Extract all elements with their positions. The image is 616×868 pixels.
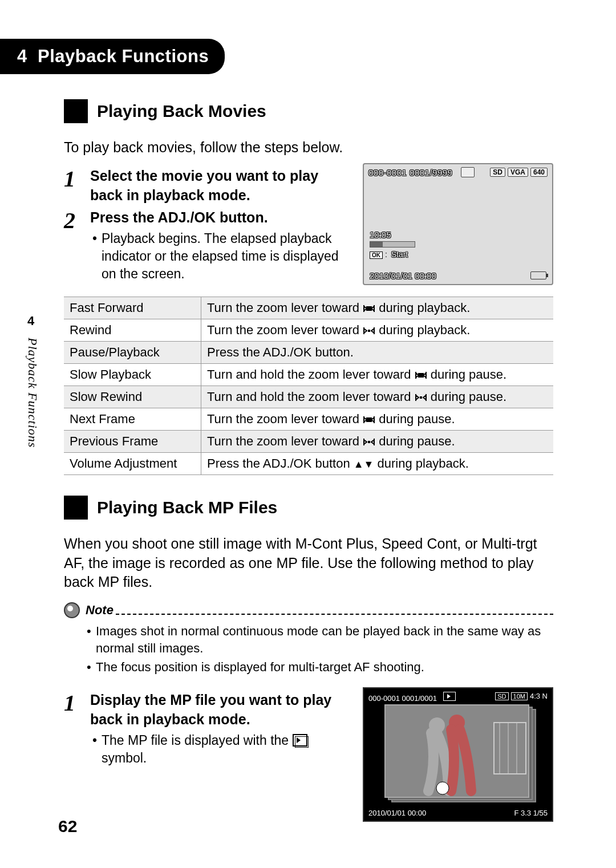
note-icon [64, 602, 80, 618]
step-number: 1 [64, 167, 90, 205]
mp-step-1: 1 Display the MP file you want to play b… [64, 691, 351, 767]
elapsed-time: 10:05 [370, 230, 391, 240]
step-title: Select the movie you want to play back i… [90, 167, 351, 205]
section-title: Playing Back MP Files [97, 498, 277, 517]
soccer-illustration [386, 705, 528, 797]
control-description: Press the ADJ./OK button ▲▼ during playb… [201, 452, 554, 474]
chapter-banner: 4 Playback Functions [0, 39, 225, 74]
section-header-mp: Playing Back MP Files [64, 496, 553, 520]
svg-rect-0 [366, 306, 372, 311]
section-marker [64, 99, 88, 123]
step-bullet: Playback begins. The elapsed playback in… [90, 230, 351, 283]
mp-file-counter: 000-0001 0001/0001 [368, 692, 456, 703]
svg-rect-2 [418, 373, 424, 378]
section2-intro: When you shoot one still image with M-Co… [64, 534, 553, 592]
ok-start-label: OK : Start [370, 250, 408, 259]
control-description: Turn and hold the zoom lever toward duri… [201, 363, 554, 386]
step-number: 1 [64, 691, 90, 767]
movie-icon [461, 167, 475, 177]
step-title: Press the ADJ./OK button. [90, 208, 351, 228]
side-tab-number: 4 [27, 314, 34, 328]
playback-controls-table: Fast ForwardTurn the zoom lever toward d… [64, 297, 553, 475]
section-title: Playing Back Movies [97, 102, 266, 121]
mp-frame [384, 704, 529, 798]
note-list: Images shot in normal continuous mode ca… [84, 623, 553, 676]
size-badge: 10M [511, 692, 528, 700]
side-tab-label: Playback Functions [25, 338, 40, 448]
screen-datetime: 2010/01/01 00:00 [370, 271, 436, 281]
control-action: Previous Frame [64, 430, 201, 452]
control-description: Turn the zoom lever toward during pause. [201, 408, 554, 430]
control-description: Turn the zoom lever toward during pause. [201, 430, 554, 452]
section-marker [64, 496, 88, 520]
camera-screen-mp: 000-0001 0001/0001 SD 10M 4:3 N [363, 687, 553, 822]
step-number: 2 [64, 208, 90, 283]
note-item: The focus position is displayed for mult… [84, 659, 553, 676]
step-title: Display the MP file you want to play bac… [90, 691, 351, 729]
chapter-title: Playback Functions [38, 46, 209, 66]
section1-intro: To play back movies, follow the steps be… [64, 138, 553, 157]
note-label: Note [86, 603, 114, 618]
table-row: Pause/PlaybackPress the ADJ./OK button. [64, 341, 553, 363]
note-dashes [116, 613, 553, 615]
svg-rect-4 [366, 417, 372, 422]
control-action: Fast Forward [64, 297, 201, 319]
control-description: Press the ADJ./OK button. [201, 341, 554, 363]
svg-point-14 [436, 782, 449, 794]
control-description: Turn and hold the zoom lever toward duri… [201, 386, 554, 408]
sd-badge: SD [490, 168, 505, 177]
mp-datetime: 2010/01/01 00:00 [368, 809, 426, 817]
start-label: Start [391, 250, 408, 259]
note-item: Images shot in normal continuous mode ca… [84, 623, 553, 656]
progress-bar [370, 241, 415, 248]
bullet-pre: The MP file is displayed with the [102, 733, 293, 748]
mp-bottom-row: 2010/01/01 00:00 F 3.3 1/55 [368, 809, 548, 817]
table-row: Previous FrameTurn the zoom lever toward… [64, 430, 553, 452]
control-action: Rewind [64, 319, 201, 341]
table-row: Next FrameTurn the zoom lever toward dur… [64, 408, 553, 430]
control-action: Next Frame [64, 408, 201, 430]
svg-rect-3 [420, 396, 422, 399]
ok-icon: OK [370, 252, 383, 259]
step-1: 1 Select the movie you want to play back… [64, 167, 351, 205]
step-bullet: The MP file is displayed with the symbol… [90, 732, 351, 767]
battery-icon [530, 271, 546, 279]
control-action: Volume Adjustment [64, 452, 201, 474]
section-header-movies: Playing Back Movies [64, 99, 553, 123]
vga-badge: VGA [508, 168, 528, 177]
control-action: Slow Playback [64, 363, 201, 386]
table-row: Fast ForwardTurn the zoom lever toward d… [64, 297, 553, 319]
note-header: Note [64, 602, 553, 618]
res-badge: 640 [530, 168, 548, 177]
file-counter: 000-0001 0001/9999 [368, 168, 452, 177]
control-description: Turn the zoom lever toward during playba… [201, 297, 554, 319]
colon: : [383, 250, 390, 259]
camera-screen-movie: 000-0001 0001/9999 SD VGA 640 10:05 OK :… [363, 163, 553, 285]
mp-exposure: F 3.3 1/55 [514, 809, 548, 817]
sd-badge: SD [495, 692, 508, 700]
mp-counter-text: 000-0001 0001/0001 [368, 694, 437, 703]
ratio-text: 4:3 N [530, 692, 548, 700]
chapter-number: 4 [17, 46, 27, 66]
svg-rect-5 [368, 441, 370, 443]
table-row: RewindTurn the zoom lever toward during … [64, 319, 553, 341]
svg-rect-1 [368, 330, 370, 332]
control-description: Turn the zoom lever toward during playba… [201, 319, 554, 341]
control-action: Slow Rewind [64, 386, 201, 408]
mp-file-icon [293, 734, 307, 747]
table-row: Slow RewindTurn and hold the zoom lever … [64, 386, 553, 408]
mp-play-icon [443, 692, 456, 701]
page-number: 62 [58, 817, 77, 836]
manual-page: 4 Playback Functions 4 Playback Function… [0, 0, 616, 868]
step-2: 2 Press the ADJ./OK button. Playback beg… [64, 208, 351, 283]
table-row: Volume AdjustmentPress the ADJ./OK butto… [64, 452, 553, 474]
table-row: Slow PlaybackTurn and hold the zoom leve… [64, 363, 553, 386]
bullet-post: symbol. [102, 751, 147, 765]
control-action: Pause/Playback [64, 341, 201, 363]
mp-topright: SD 10M 4:3 N [495, 692, 548, 700]
